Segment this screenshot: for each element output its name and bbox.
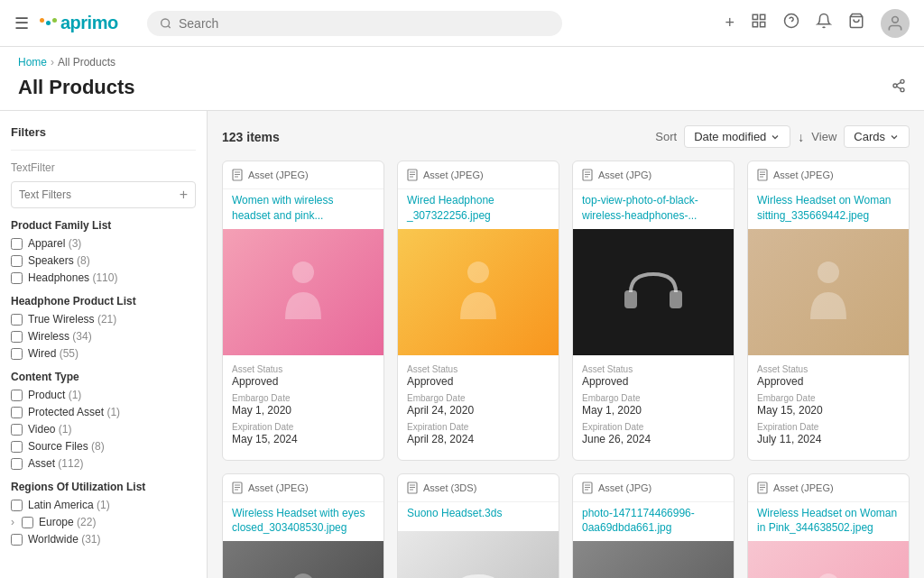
filter-protected-asset-checkbox[interactable] <box>11 407 23 418</box>
card-item[interactable]: Asset (3DS) Suono Headset.3ds <box>397 473 559 578</box>
card-metadata: Asset Status Approved Embargo Date May 1… <box>573 355 734 460</box>
filter-product[interactable]: Product (1) <box>11 389 196 401</box>
filter-video-label: Video (1) <box>28 423 71 436</box>
headphone-product-list: True Wireless (21) Wireless (34) Wired (… <box>11 313 196 360</box>
card-status: Asset Status Approved <box>582 364 725 388</box>
filter-wireless-label: Wireless (34) <box>28 330 92 343</box>
card-item[interactable]: Asset (JPEG) Wired Headphone _307322256.… <box>397 161 559 461</box>
page-header: All Products <box>0 72 924 111</box>
logo-dot-green <box>52 18 57 23</box>
filter-headphones-checkbox[interactable] <box>11 272 23 284</box>
expand-europe-icon[interactable]: › <box>11 516 14 528</box>
content-area: 123 items Sort Date modified ↓ View Card… <box>208 111 924 578</box>
topnav-actions: + <box>725 9 910 38</box>
card-image <box>748 541 909 578</box>
filter-video-checkbox[interactable] <box>11 424 23 436</box>
menu-icon[interactable]: ☰ <box>14 14 29 33</box>
text-filter-input[interactable] <box>19 188 176 201</box>
filter-speakers-checkbox[interactable] <box>11 255 23 267</box>
filter-europe-checkbox[interactable] <box>22 517 33 528</box>
filter-latin-america[interactable]: Latin America (1) <box>11 499 196 511</box>
svg-line-13 <box>897 87 901 89</box>
card-title: Wireless Headset on Woman in Pink_344638… <box>748 502 909 542</box>
layout-icon[interactable] <box>751 13 767 33</box>
filter-worldwide-checkbox[interactable] <box>11 534 23 546</box>
card-item[interactable]: Asset (JPEG) Wireless Headset on Woman i… <box>747 473 910 578</box>
card-status: Asset Status Approved <box>232 364 374 388</box>
filter-wireless-checkbox[interactable] <box>11 331 23 343</box>
filter-source-files-checkbox[interactable] <box>11 441 23 453</box>
card-item[interactable]: Asset (JPG) top-view-photo-of-black-wire… <box>572 161 735 461</box>
filter-source-files[interactable]: Source Files (8) <box>11 440 196 453</box>
filter-speakers[interactable]: Speakers (8) <box>11 254 196 267</box>
document-icon <box>232 169 243 181</box>
content-type-title: Content Type <box>11 371 196 383</box>
share-icon[interactable] <box>892 78 906 96</box>
filter-worldwide[interactable]: Worldwide (31) <box>11 533 196 546</box>
bell-icon[interactable] <box>816 13 832 33</box>
card-type: Asset (JPEG) <box>248 482 309 493</box>
card-header: Asset (JPG) <box>573 474 734 502</box>
filter-protected-asset[interactable]: Protected Asset (1) <box>11 406 196 418</box>
sort-button[interactable]: Date modified <box>684 125 790 148</box>
filter-true-wireless-label: True Wireless (21) <box>28 313 116 326</box>
filter-europe[interactable]: › Europe (22) <box>11 516 196 528</box>
card-image <box>223 229 383 355</box>
filter-latin-america-checkbox[interactable] <box>11 500 23 511</box>
sort-label: Sort <box>655 130 677 143</box>
filter-apparel-checkbox[interactable] <box>11 238 23 250</box>
document-icon <box>407 169 418 181</box>
document-icon <box>757 169 768 181</box>
card-title: Women with wireless headset and pink... <box>223 189 383 229</box>
filter-true-wireless-checkbox[interactable] <box>11 314 23 326</box>
card-title: top-view-photo-of-black-wireless-headpho… <box>573 189 734 229</box>
card-item[interactable]: Asset (JPG) photo-1471174466996-0aa69dbd… <box>572 473 735 578</box>
text-filter-wrap[interactable]: + <box>11 181 196 208</box>
breadcrumb-home[interactable]: Home <box>18 56 47 69</box>
bag-icon[interactable] <box>848 13 864 33</box>
card-embargo: Embargo Date May 15, 2020 <box>757 393 900 417</box>
add-filter-button[interactable]: + <box>180 187 188 203</box>
filter-video[interactable]: Video (1) <box>11 423 196 436</box>
svg-point-0 <box>161 19 169 27</box>
help-icon[interactable] <box>783 13 799 33</box>
view-chevron-icon <box>889 132 900 142</box>
breadcrumb-separator: › <box>51 56 54 69</box>
search-bar[interactable] <box>147 11 562 36</box>
filter-apparel[interactable]: Apparel (3) <box>11 237 196 250</box>
card-type: Asset (JPEG) <box>773 482 834 493</box>
filter-asset-label: Asset (112) <box>28 457 83 470</box>
product-family-list: Apparel (3) Speakers (8) Headphones (110… <box>11 237 196 284</box>
search-input[interactable] <box>179 16 550 31</box>
filter-asset[interactable]: Asset (112) <box>11 457 196 470</box>
avatar[interactable] <box>881 9 910 38</box>
card-status: Asset Status Approved <box>757 364 900 388</box>
filter-headphones-label: Headphones (110) <box>28 271 117 284</box>
sort-direction-icon[interactable]: ↓ <box>798 130 804 144</box>
filter-wireless[interactable]: Wireless (34) <box>11 330 196 343</box>
svg-point-24 <box>467 261 489 283</box>
view-button[interactable]: Cards <box>844 125 910 148</box>
top-navigation: ☰ aprimo + <box>0 0 924 47</box>
document-icon <box>582 169 593 181</box>
filter-wired[interactable]: Wired (55) <box>11 347 196 360</box>
filter-product-checkbox[interactable] <box>11 390 23 401</box>
card-item[interactable]: Asset (JPEG) Wirless Headset on Woman si… <box>747 161 910 461</box>
card-item[interactable]: Asset (JPEG) Wireless Headset with eyes … <box>222 473 384 578</box>
card-title: Wirless Headset on Woman sitting_3356694… <box>748 189 909 229</box>
card-metadata: Asset Status Approved Embargo Date May 1… <box>223 355 383 460</box>
filter-asset-checkbox[interactable] <box>11 458 23 470</box>
filter-true-wireless[interactable]: True Wireless (21) <box>11 313 196 326</box>
card-header: Asset (JPG) <box>573 161 734 189</box>
headphone-product-title: Headphone Product List <box>11 295 196 307</box>
filter-product-label: Product (1) <box>28 389 81 401</box>
card-item[interactable]: Asset (JPEG) Women with wireless headset… <box>222 161 384 461</box>
filter-wired-checkbox[interactable] <box>11 348 23 360</box>
regions-title: Regions Of Utilization List <box>11 481 196 493</box>
text-filter-label: TextFilter <box>11 161 196 174</box>
filter-headphones[interactable]: Headphones (110) <box>11 271 196 284</box>
card-header: Asset (JPEG) <box>223 474 383 502</box>
svg-rect-4 <box>753 23 757 27</box>
add-icon[interactable]: + <box>725 14 735 32</box>
card-image <box>398 229 559 355</box>
